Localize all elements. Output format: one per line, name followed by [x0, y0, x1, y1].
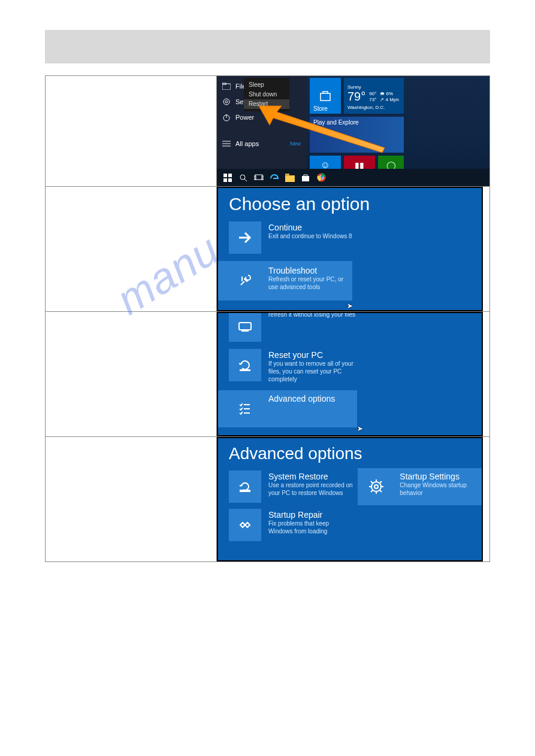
startup-settings-icon: [360, 470, 392, 503]
option-title: Advanced options: [268, 394, 335, 403]
edge-icon[interactable]: [268, 172, 280, 184]
refresh-pc-icon: [229, 312, 261, 342]
step-cell-4: [46, 437, 217, 562]
svg-rect-25: [240, 369, 250, 371]
tile-play-explore[interactable]: Play and Explore: [310, 117, 404, 153]
option-sub: refresh it without losing your files: [268, 312, 355, 318]
menu-item-sleep[interactable]: Sleep: [249, 80, 285, 90]
svg-rect-12: [228, 178, 232, 182]
option-system-restore[interactable]: System Restore Use a restore point recor…: [229, 470, 354, 503]
option-sub: Use a restore point recorded on your PC …: [268, 481, 354, 497]
cursor-icon: ➤: [347, 302, 353, 310]
start-item-power[interactable]: Power: [217, 110, 307, 125]
new-badge: New: [290, 141, 301, 147]
startup-repair-icon: [229, 509, 261, 541]
weather-humid: 6%: [386, 91, 394, 96]
svg-rect-11: [223, 178, 227, 182]
screen-title: Advanced options: [218, 438, 482, 470]
svg-rect-18: [285, 175, 295, 182]
svg-point-3: [225, 101, 228, 103]
option-sub: Refresh or reset your PC, or use advance…: [268, 275, 349, 291]
svg-point-2: [223, 99, 229, 105]
tile-label: Store: [313, 105, 328, 112]
svg-rect-24: [241, 330, 249, 332]
menu-item-restart[interactable]: Restart: [244, 99, 289, 109]
option-title: Troubleshoot: [268, 266, 349, 275]
system-restore-icon: [229, 470, 261, 503]
instruction-table: File Ex Setting Power: [45, 75, 490, 562]
troubleshoot-icon: [229, 265, 261, 297]
option-startup-repair[interactable]: Startup Repair Fix problems that keep Wi…: [229, 509, 354, 541]
screenshot-cell-1: File Ex Setting Power: [217, 76, 490, 187]
step-cell-3: [46, 312, 217, 437]
option-troubleshoot[interactable]: Troubleshoot Refresh or reset your PC, o…: [218, 261, 352, 300]
screenshot-choose-option: Choose an option Continue Exit and conti…: [217, 187, 483, 311]
screenshot-troubleshoot-menu: refresh it without losing your files Res…: [217, 312, 483, 436]
screenshot-start-menu-restart: File Ex Setting Power: [217, 76, 489, 186]
option-sub: Change Windows startup behavior: [400, 481, 482, 497]
svg-line-14: [244, 179, 247, 181]
screenshot-cell-4: Advanced options System Restore Use a re…: [217, 437, 490, 562]
power-context-menu: Sleep Shut down Restart: [244, 78, 289, 111]
screenshot-advanced-options: Advanced options System Restore Use a re…: [217, 437, 483, 561]
option-sub: Exit and continue to Windows 8: [268, 232, 352, 240]
gear-icon: [222, 98, 231, 106]
start-item-label: All apps: [235, 140, 259, 147]
store-icon: [318, 89, 333, 103]
start-item-label: Power: [235, 114, 254, 121]
search-icon[interactable]: [237, 172, 249, 184]
screen-title: Choose an option: [218, 188, 482, 221]
svg-rect-10: [228, 174, 232, 177]
svg-rect-19: [285, 174, 289, 176]
file-explorer-icon: [222, 82, 231, 90]
weather-temp: 79°: [347, 90, 365, 104]
option-sub: If you want to remove all of your files,…: [268, 360, 364, 383]
store-taskbar-icon[interactable]: [300, 172, 312, 184]
tile-weather[interactable]: Sunny 79° 90° 73° 🌧 6% ↗ 4 Mph: [344, 78, 404, 114]
reset-pc-icon: [229, 349, 261, 381]
option-refresh-pc[interactable]: refresh it without losing your files: [218, 312, 482, 342]
svg-rect-9: [223, 174, 227, 177]
option-title: System Restore: [268, 472, 354, 481]
option-advanced-options[interactable]: Advanced options: [218, 390, 357, 427]
power-icon: [222, 113, 231, 122]
svg-rect-20: [302, 176, 309, 181]
file-explorer-taskbar-icon[interactable]: [284, 172, 296, 184]
weather-wind: 4 Mph: [386, 97, 399, 102]
option-sub: Fix problems that keep Windows from load…: [268, 520, 354, 535]
screenshot-cell-3: refresh it without losing your files Res…: [217, 312, 490, 437]
cursor-icon: ➤: [357, 424, 363, 433]
option-title: Startup Repair: [268, 510, 354, 520]
weather-city: Washington, D.C.: [347, 105, 400, 110]
screenshot-cell-2: Choose an option Continue Exit and conti…: [217, 187, 490, 312]
start-item-all-apps[interactable]: All apps New: [217, 136, 307, 151]
page-header-bar: [45, 30, 490, 63]
chrome-icon[interactable]: [315, 172, 327, 184]
weather-lo: 73°: [369, 97, 376, 102]
weather-hi: 90°: [369, 91, 376, 96]
svg-point-28: [374, 485, 378, 488]
option-title: Reset your PC: [268, 350, 364, 360]
all-apps-icon: [222, 139, 231, 148]
tile-store[interactable]: Store: [310, 78, 341, 114]
option-title: Startup Settings: [400, 472, 482, 481]
svg-point-27: [371, 482, 381, 491]
taskbar: [217, 169, 489, 186]
option-continue[interactable]: Continue Exit and continue to Windows 8: [218, 221, 482, 254]
weather-cond: Sunny: [347, 84, 400, 90]
option-reset-pc[interactable]: Reset your PC If you want to remove all …: [218, 349, 482, 383]
svg-rect-23: [239, 323, 251, 330]
step-cell-1: [46, 76, 217, 187]
continue-icon: [229, 221, 261, 254]
step-cell-2: [46, 187, 217, 312]
option-title: Continue: [268, 223, 352, 232]
advanced-options-icon: [229, 393, 261, 425]
start-button-icon[interactable]: [222, 172, 234, 184]
task-view-icon[interactable]: [253, 172, 265, 184]
svg-rect-15: [255, 175, 262, 180]
menu-item-shutdown[interactable]: Shut down: [249, 90, 285, 99]
tile-label: Play and Explore: [313, 119, 359, 126]
option-startup-settings[interactable]: Startup Settings Change Windows startup …: [358, 468, 483, 505]
svg-point-13: [240, 175, 245, 180]
